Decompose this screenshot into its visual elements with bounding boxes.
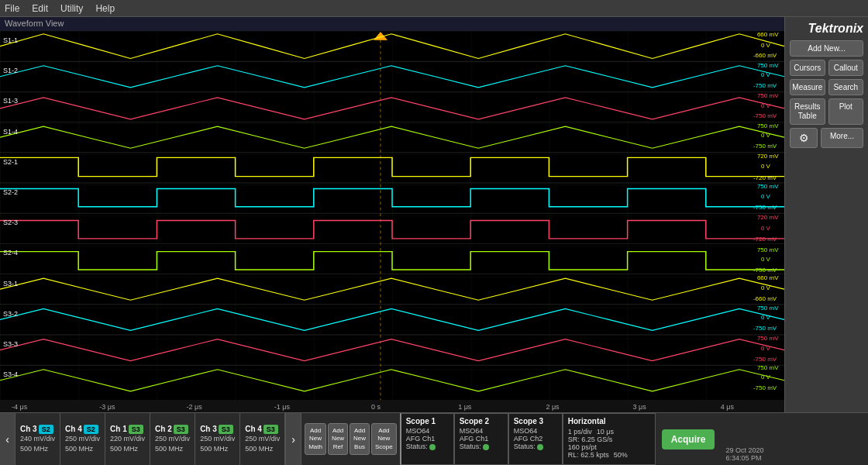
svg-rect-1: [0, 31, 784, 400]
ch2-div-info: 250 mV/div500 MHz: [155, 434, 190, 453]
svg-text:0 s: 0 s: [371, 403, 381, 411]
svg-text:-1 μs: -1 μs: [274, 403, 291, 411]
time-display: 6:34:05 PM: [725, 454, 763, 462]
svg-text:750 mV: 750 mV: [757, 364, 779, 371]
scope3-info: Scope 3 MSO64 AFG Ch2 Status:: [508, 413, 563, 465]
svg-text:0 V: 0 V: [761, 71, 771, 78]
svg-text:4 μs: 4 μs: [721, 403, 735, 411]
callout-button[interactable]: Callout: [828, 60, 864, 76]
scroll-right-button[interactable]: ›: [285, 413, 301, 465]
tektronix-logo: Tektronix: [790, 22, 863, 36]
ch3-div-info: 240 mV/div500 MHz: [20, 434, 55, 453]
svg-text:-750 mV: -750 mV: [753, 384, 777, 391]
scope3-title: Scope 3: [514, 417, 557, 425]
scope2-title: Scope 2: [460, 417, 503, 425]
acquire-button[interactable]: Acquire: [662, 429, 715, 450]
horizontal-div1: 1 ps/div: [568, 428, 592, 436]
svg-text:S3-4: S3-4: [3, 370, 18, 378]
svg-text:750 mV: 750 mV: [757, 305, 779, 312]
cursors-button[interactable]: Cursors: [790, 60, 825, 76]
results-table-button[interactable]: Results Table: [790, 98, 825, 125]
svg-text:-750 mV: -750 mV: [753, 204, 777, 211]
horizontal-pct: 50%: [614, 451, 628, 459]
ch4-s3-div-info: 250 mV/div500 MHz: [245, 434, 280, 453]
scope3-afg: AFG Ch2: [514, 435, 557, 443]
add-new-math-button[interactable]: AddNewMath: [305, 423, 326, 455]
ch4-s3-badge: S3: [264, 425, 278, 434]
waveform-display: S1-1 S1-2 S1-3 S1-4 S2-1 S2-2 S2-3 S2-4 …: [0, 31, 784, 400]
settings-icon-button[interactable]: ⚙: [790, 128, 818, 148]
channel-ch3-s2: Ch 3 S2 240 mV/div500 MHz: [16, 413, 60, 465]
svg-text:1 μs: 1 μs: [458, 403, 472, 411]
add-new-bus-button[interactable]: AddNewBus: [350, 423, 370, 455]
scope2-info: Scope 2 MSO64 AFG Ch1 Status:: [454, 413, 508, 465]
menu-help[interactable]: Help: [95, 3, 115, 14]
svg-text:-750 mV: -750 mV: [753, 267, 777, 274]
scope1-status: Status:: [406, 443, 449, 450]
svg-text:S2-3: S2-3: [3, 219, 18, 226]
ch3-s2-badge: S2: [39, 425, 53, 434]
svg-text:S2-2: S2-2: [3, 188, 18, 196]
svg-text:660 mV: 660 mV: [757, 32, 779, 39]
horizontal-title: Horizontal: [568, 417, 650, 425]
svg-text:0 V: 0 V: [761, 225, 771, 232]
horizontal-pts: 160 ps/pt: [568, 443, 650, 451]
svg-text:660 mV: 660 mV: [757, 274, 779, 281]
scroll-left-button[interactable]: ‹: [0, 413, 16, 465]
scope2-model: MSO64: [460, 427, 503, 435]
channel-ch4-s2: Ch 4 S2 250 mV/div500 MHz: [60, 413, 105, 465]
menu-edit[interactable]: Edit: [32, 3, 48, 14]
add-new-ref-button[interactable]: AddNewRef: [328, 423, 348, 455]
svg-text:0 V: 0 V: [761, 164, 771, 170]
waveform-title: Waveform View: [0, 17, 784, 31]
svg-text:-750 mV: -750 mV: [753, 326, 777, 332]
add-new-scope-button[interactable]: AddNewScope: [371, 423, 397, 455]
waveform-area: Waveform View: [0, 17, 784, 412]
svg-text:0 V: 0 V: [761, 193, 771, 200]
add-buttons-group: AddNewMath AddNewRef AddNewBus AddNewSco…: [301, 413, 400, 465]
main-content: Waveform View: [0, 17, 868, 412]
search-button[interactable]: Search: [828, 79, 864, 95]
waveform-canvas[interactable]: S1-1 S1-2 S1-3 S1-4 S2-1 S2-2 S2-3 S2-4 …: [0, 31, 784, 400]
ch3-s3-badge: S3: [219, 425, 233, 434]
time-axis: -4 μs -3 μs -2 μs -1 μs 0 s 1 μs 2 μs 3 …: [0, 400, 784, 412]
scope3-status: Status:: [514, 443, 557, 450]
scope2-afg: AFG Ch1: [460, 435, 503, 443]
svg-text:-750 mV: -750 mV: [753, 143, 777, 150]
settings-more-row: ⚙ More...: [790, 128, 863, 148]
svg-text:S1-1: S1-1: [3, 36, 18, 44]
more-button[interactable]: More...: [821, 128, 863, 148]
channel-ch1-s3: Ch 1 S3 220 mV/div500 MHz: [105, 413, 150, 465]
svg-text:720 mV: 720 mV: [757, 214, 779, 221]
results-plot-row: Results Table Plot: [790, 98, 863, 125]
svg-text:-750 mV: -750 mV: [753, 356, 777, 363]
svg-text:750 mV: 750 mV: [757, 92, 779, 99]
ch4-s2-badge: S2: [84, 425, 98, 434]
svg-text:3 μs: 3 μs: [633, 403, 647, 411]
cursors-callout-row: Cursors Callout: [790, 60, 863, 76]
add-new-button[interactable]: Add New...: [790, 40, 863, 57]
scope1-afg: AFG Ch1: [406, 435, 449, 443]
svg-text:0 V: 0 V: [761, 42, 771, 49]
horizontal-section: Horizontal 1 ps/div 10 μs SR: 6.25 GS/s …: [563, 413, 656, 465]
svg-text:-4 μs: -4 μs: [12, 403, 28, 411]
svg-text:0 V: 0 V: [761, 132, 771, 139]
plot-button[interactable]: Plot: [828, 98, 864, 125]
ch3-s3-div-info: 250 mV/div500 MHz: [200, 434, 235, 453]
svg-text:0 V: 0 V: [761, 345, 771, 352]
scope1-model: MSO64: [406, 427, 449, 435]
svg-text:-660 mV: -660 mV: [753, 295, 777, 302]
svg-text:S2-4: S2-4: [3, 250, 18, 257]
svg-text:S1-4: S1-4: [3, 128, 18, 136]
horizontal-div2: 10 μs: [597, 428, 614, 436]
menu-file[interactable]: File: [5, 3, 19, 14]
svg-text:-660 mV: -660 mV: [753, 52, 777, 59]
svg-text:0 V: 0 V: [761, 284, 771, 291]
svg-text:750 mV: 750 mV: [757, 122, 779, 129]
measure-search-row: Measure Search: [790, 79, 863, 95]
menu-utility[interactable]: Utility: [60, 3, 83, 14]
measure-button[interactable]: Measure: [790, 79, 825, 95]
menu-bar: File Edit Utility Help: [0, 0, 868, 17]
svg-text:S1-2: S1-2: [3, 67, 18, 74]
channel-ch3-s3: Ch 3 S3 250 mV/div500 MHz: [195, 413, 240, 465]
